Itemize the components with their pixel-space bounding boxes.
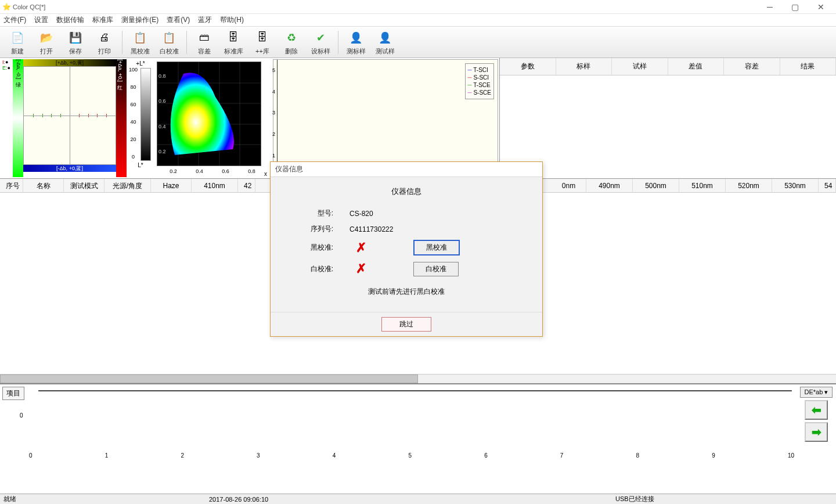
- lab-left-axis: [-Δa, -0,绿]: [13, 59, 23, 177]
- titlebar: ⭐ Color QC[*] ─ ▢ ✕: [0, 0, 836, 14]
- whitecal-label: 白校准:: [280, 264, 349, 274]
- mid-panels: I:●E:● [-Δa, -0,绿] [+Δb, +0,黄] [-Δb, +0,…: [0, 58, 836, 179]
- close-icon[interactable]: ✕: [813, 2, 829, 12]
- col-520[interactable]: 520nm: [726, 179, 772, 193]
- menu-help[interactable]: 帮助(H): [220, 15, 244, 25]
- dialog-heading: 仪器信息: [280, 186, 533, 197]
- model-value: CS-820: [349, 210, 425, 218]
- col-530[interactable]: 530nm: [772, 179, 819, 193]
- lab-bottom-axis: [-Δb, +0,蓝]: [23, 165, 116, 172]
- lstar-bar[interactable]: [140, 68, 151, 161]
- col-mode[interactable]: 测试模式: [64, 179, 105, 193]
- menu-stdlib[interactable]: 标准库: [92, 15, 113, 25]
- measuretest-icon: 👤: [376, 29, 394, 46]
- col-410[interactable]: 410nm: [192, 179, 238, 193]
- chart-controls: DE*ab ▾ ⬅ ➡: [799, 387, 834, 451]
- lab-right-axis: [+Δa, +0,红]: [116, 59, 127, 177]
- arrow-left-icon: ⬅: [812, 403, 821, 417]
- chart-x-axis: 012 345 678 910: [27, 452, 797, 459]
- menu-bluetooth[interactable]: 蓝牙: [198, 15, 212, 25]
- dialog-titlebar[interactable]: 仪器信息: [271, 162, 542, 177]
- separator: [186, 31, 187, 54]
- col-result[interactable]: 结果: [780, 58, 837, 75]
- col-490[interactable]: 490nm: [586, 179, 633, 193]
- dialog-message: 测试前请先进行黑白校准: [280, 287, 533, 297]
- params-header: 参数 标样 试样 差值 容差 结果: [500, 58, 836, 75]
- tool-tolerance[interactable]: 🗃容差: [192, 29, 217, 56]
- blackcal-icon: 📋: [131, 29, 149, 46]
- col-std[interactable]: 标样: [556, 58, 612, 75]
- scroll-thumb[interactable]: [0, 375, 418, 383]
- tool-pluslib[interactable]: 🗄++库: [250, 29, 275, 56]
- cie-plot: y: [154, 59, 271, 177]
- col-54x[interactable]: 54: [819, 179, 836, 193]
- tool-new[interactable]: 📄新建: [5, 29, 30, 56]
- model-label: 型号:: [280, 208, 349, 218]
- measurestd-icon: 👤: [347, 29, 365, 46]
- lstar-scale: +L* 1008060 40200 L*: [129, 59, 152, 177]
- tool-save[interactable]: 💾保存: [63, 29, 88, 56]
- trend-chart[interactable]: [38, 390, 792, 391]
- col-510[interactable]: 510nm: [679, 179, 726, 193]
- col-seq[interactable]: 序号: [0, 179, 23, 193]
- whitecal-button[interactable]: 白校准: [413, 262, 459, 276]
- tool-print[interactable]: 🖨打印: [92, 29, 117, 56]
- window-buttons: ─ ▢ ✕: [762, 2, 834, 12]
- col-tol[interactable]: 容差: [724, 58, 780, 75]
- params-body[interactable]: [500, 75, 836, 174]
- menu-transfer[interactable]: 数据传输: [56, 15, 84, 25]
- instrument-info-dialog: 仪器信息 仪器信息 型号: CS-820 序列号: C4111730222 黑校…: [270, 161, 543, 337]
- col-haze[interactable]: Haze: [151, 179, 192, 193]
- serial-value: C4111730222: [349, 225, 425, 233]
- minimize-icon[interactable]: ─: [762, 2, 777, 12]
- skip-button[interactable]: 跳过: [381, 317, 431, 332]
- maximize-icon[interactable]: ▢: [787, 2, 803, 12]
- menu-measure[interactable]: 测量操作(E): [121, 15, 158, 25]
- tool-measurestd[interactable]: 👤测标样: [343, 29, 369, 56]
- status-ready: 就绪: [0, 495, 209, 503]
- ie-label: I:●E:●: [2, 59, 10, 71]
- tool-blackcal[interactable]: 📋黑校准: [127, 29, 153, 56]
- serial-label: 序列号:: [280, 224, 349, 234]
- tool-measuretest[interactable]: 👤测试样: [372, 29, 398, 56]
- tool-setstd[interactable]: ✔设标样: [308, 29, 333, 56]
- stdlib-icon: 🗄: [225, 29, 242, 46]
- whitecal-icon: 📋: [160, 29, 178, 46]
- menu-settings[interactable]: 设置: [34, 15, 48, 25]
- lab-grid[interactable]: [23, 66, 116, 165]
- col-diff[interactable]: 差值: [668, 58, 725, 75]
- de-select[interactable]: DE*ab ▾: [800, 387, 833, 398]
- lab-center: [+Δb, +0,黄] [-Δb, +0,蓝]: [23, 59, 116, 177]
- tool-delete[interactable]: ♻删除: [279, 29, 304, 56]
- grid-hscroll[interactable]: [0, 374, 836, 383]
- bottom-chart: 项目 0 012 345 678 910 DE*ab ▾ ⬅ ➡: [0, 383, 836, 453]
- tool-stdlib[interactable]: 🗄标准库: [221, 29, 246, 56]
- cie-canvas[interactable]: 0.20.40.60.8: [157, 62, 261, 166]
- col-42x[interactable]: 42: [238, 179, 255, 193]
- separator: [122, 31, 122, 54]
- spectra-plot[interactable]: 12345 ─ T-SCI ─ S-SCI ─ T-SCE ─ S-SCE: [273, 59, 498, 177]
- tool-open[interactable]: 📂打开: [34, 29, 59, 56]
- pluslib-icon: 🗄: [254, 29, 271, 46]
- tool-whitecal[interactable]: 📋白校准: [156, 29, 182, 56]
- print-icon: 🖨: [96, 29, 113, 46]
- blackcal-button[interactable]: 黑校准: [413, 240, 460, 255]
- col-500[interactable]: 500nm: [633, 179, 679, 193]
- app-title: Color QC[*]: [13, 3, 45, 10]
- col-sample[interactable]: 试样: [612, 58, 668, 75]
- menu-file[interactable]: 文件(F): [3, 15, 26, 25]
- menu-view[interactable]: 查看(V): [167, 15, 190, 25]
- next-button[interactable]: ➡: [805, 422, 828, 442]
- prev-button[interactable]: ⬅: [805, 400, 828, 420]
- spectra-legend: ─ T-SCI ─ S-SCI ─ T-SCE ─ S-SCE: [465, 63, 494, 99]
- status-datetime: 2017-08-26 09:06:10: [209, 496, 615, 503]
- col-name[interactable]: 名称: [23, 179, 64, 193]
- project-label[interactable]: 项目: [2, 387, 24, 400]
- app-icon: ⭐: [2, 3, 10, 11]
- col-light[interactable]: 光源/角度: [105, 179, 151, 193]
- new-icon: 📄: [9, 29, 26, 46]
- col-x0nm[interactable]: 0nm: [552, 179, 586, 193]
- lab-top-axis: [+Δb, +0,黄]: [23, 59, 116, 66]
- col-param[interactable]: 参数: [500, 58, 556, 75]
- menubar: 文件(F) 设置 数据传输 标准库 测量操作(E) 查看(V) 蓝牙 帮助(H): [0, 14, 836, 27]
